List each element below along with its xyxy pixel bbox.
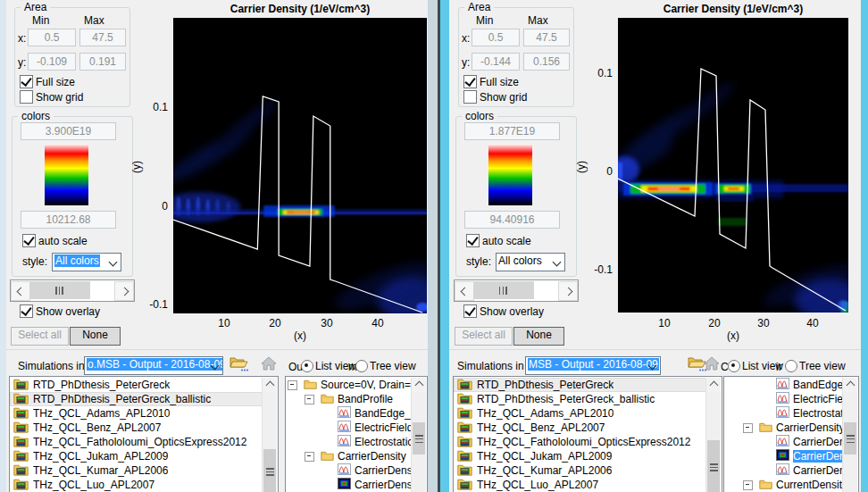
list-view-radio[interactable] — [728, 360, 740, 372]
show-grid-checkbox[interactable] — [20, 90, 33, 104]
collapse-icon[interactable] — [305, 395, 314, 404]
tree-item[interactable]: CurrentDensity — [724, 478, 843, 492]
carrier-density-plot[interactable] — [173, 18, 427, 313]
simulations-list[interactable]: RTD_PhDthesis_PeterGreck RTD_PhDthesis_P… — [453, 376, 722, 492]
scrollbar-thumb[interactable] — [707, 440, 720, 492]
tree-item[interactable]: ElectrostaticP — [286, 435, 412, 449]
y-min-input[interactable]: -0.109 — [28, 53, 76, 71]
tree-item[interactable]: CarrierDens — [724, 463, 843, 478]
none-button[interactable]: None — [513, 327, 564, 346]
home-icon[interactable] — [261, 356, 277, 373]
scroll-right-button[interactable] — [558, 281, 578, 301]
window-splitter[interactable] — [428, 0, 438, 492]
tree-item[interactable]: CarrierDensity — [286, 478, 412, 492]
list-item[interactable]: THz_QCL_Luo_APL2007 — [454, 478, 706, 492]
scroll-right-button[interactable] — [114, 281, 134, 301]
tree-item[interactable]: BandEdge_ — [724, 378, 843, 392]
y-max-input[interactable]: 0.156 — [523, 53, 570, 71]
list-scrollbar[interactable] — [705, 378, 721, 492]
list-item[interactable]: THz_QCL_Jukam_APL2009 — [454, 449, 706, 463]
list-item[interactable]: THz_QCL_Luo_APL2007 — [10, 478, 263, 492]
tree-item[interactable]: ElectricField. — [286, 421, 412, 435]
simulations-list[interactable]: RTD_PhDthesis_PeterGreck RTD_PhDthesis_P… — [9, 376, 279, 492]
tree-item[interactable]: BandProfile — [286, 392, 412, 406]
style-combobox[interactable]: All colors — [496, 253, 565, 271]
output-folder-combobox[interactable]: o.MSB - Output - 2016-08-09 — [84, 356, 223, 375]
color-max-value[interactable]: 1.877E19 — [464, 122, 560, 140]
scrollbar-thumb[interactable] — [263, 449, 276, 492]
x-min-input[interactable]: 0.5 — [28, 29, 76, 46]
list-item[interactable]: RTD_PhDthesis_PeterGreck_ballistic — [10, 392, 263, 406]
list-scrollbar[interactable] — [262, 378, 277, 492]
show-overlay-checkbox[interactable] — [463, 304, 477, 318]
show-overlay-checkbox[interactable] — [20, 304, 33, 318]
scrollbar-thumb[interactable] — [473, 281, 534, 299]
auto-scale-checkbox[interactable] — [22, 234, 36, 247]
list-item[interactable]: THz_QCL_Adams_APL2010 — [10, 406, 263, 421]
list-item[interactable]: THz_QCL_Benz_APL2007 — [454, 421, 706, 435]
list-item[interactable]: RTD_PhDthesis_PeterGreck — [10, 378, 263, 392]
none-button[interactable]: None — [70, 327, 121, 346]
plot-pan-scrollbar[interactable] — [454, 279, 579, 302]
tree-item[interactable]: BandEdge_c — [286, 406, 412, 421]
list-item[interactable]: RTD_PhDthesis_PeterGreck — [454, 378, 706, 392]
collapse-icon[interactable] — [743, 423, 753, 433]
scrollbar-thumb[interactable] — [29, 281, 90, 299]
tree-scrollbar[interactable] — [842, 378, 857, 492]
home-icon[interactable] — [704, 356, 720, 373]
open-folder-icon[interactable] — [230, 355, 248, 374]
tree-view-radio[interactable] — [355, 360, 368, 372]
scroll-up-button[interactable] — [412, 378, 426, 392]
style-combobox[interactable]: All colors — [52, 253, 121, 271]
carrier-density-plot[interactable] — [618, 18, 848, 313]
scrollbar-thumb[interactable] — [844, 422, 856, 454]
scroll-up-button[interactable] — [263, 378, 277, 392]
full-size-checkbox[interactable] — [463, 75, 477, 88]
y-min-input[interactable]: -0.144 — [472, 53, 520, 71]
output-folder-combobox[interactable]: MSB - Output - 2016-08-09 — [525, 356, 661, 375]
plot-pan-scrollbar[interactable] — [10, 279, 135, 302]
scroll-up-button[interactable] — [843, 378, 857, 392]
x-max-input[interactable]: 47.5 — [523, 29, 570, 46]
x-min-input[interactable]: 0.5 — [472, 29, 520, 46]
color-min-value[interactable]: 10212.68 — [21, 211, 116, 229]
select-all-button[interactable]: Select all — [455, 327, 513, 346]
tree-item[interactable]: CarrierDensity — [724, 421, 843, 435]
color-min-value[interactable]: 94.40916 — [464, 211, 560, 229]
tree-item[interactable]: CarrierDens — [724, 435, 843, 449]
list-item[interactable]: THz_QCL_Fathololoumi_OpticsExpress2012 — [10, 435, 263, 449]
scroll-up-button[interactable] — [706, 378, 721, 392]
collapse-icon[interactable] — [288, 380, 297, 390]
full-size-checkbox[interactable] — [20, 75, 33, 88]
show-grid-checkbox[interactable] — [463, 90, 477, 104]
tree-scrollbar[interactable] — [411, 378, 426, 492]
list-view-radio[interactable] — [301, 360, 313, 372]
collapse-icon[interactable] — [305, 452, 314, 462]
list-item[interactable]: THz_QCL_Benz_APL2007 — [10, 421, 263, 435]
color-max-value[interactable]: 3.900E19 — [21, 122, 116, 140]
scroll-left-button[interactable] — [455, 281, 474, 301]
output-tree[interactable]: BandEdge_ ElectricField Electrostatic — [723, 376, 859, 492]
x-max-input[interactable]: 47.5 — [79, 29, 126, 46]
tree-item[interactable]: CarrierDens — [724, 449, 843, 463]
scroll-left-button[interactable] — [11, 281, 30, 301]
tree-view-radio[interactable] — [785, 360, 797, 372]
list-item[interactable]: RTD_PhDthesis_PeterGreck_ballistic — [454, 392, 706, 406]
tree-item[interactable]: Electrostatic — [724, 406, 843, 421]
list-item[interactable]: THz_QCL_Jukam_APL2009 — [10, 449, 263, 463]
auto-scale-checkbox[interactable] — [466, 234, 480, 247]
tree-item[interactable]: CarrierDensity — [286, 463, 412, 478]
output-tree[interactable]: Source=0V, Drain=0. BandProfile BandEdge… — [285, 376, 428, 492]
tree-item[interactable]: ElectricField — [724, 392, 843, 406]
list-item[interactable]: THz_QCL_Kumar_APL2006 — [454, 463, 706, 478]
tree-item[interactable]: CarrierDensity — [286, 449, 412, 463]
collapse-icon[interactable] — [743, 480, 753, 490]
select-all-button[interactable]: Select all — [11, 327, 69, 346]
simulation-name: RTD_PhDthesis_PeterGreck — [33, 379, 170, 391]
list-item[interactable]: THz_QCL_Adams_APL2010 — [454, 406, 706, 421]
tree-item[interactable]: Source=0V, Drain=0. — [286, 378, 412, 392]
scrollbar-thumb[interactable] — [413, 422, 425, 454]
list-item[interactable]: THz_QCL_Kumar_APL2006 — [10, 463, 263, 478]
list-item[interactable]: THz_QCL_Fathololoumi_OpticsExpress2012 — [454, 435, 706, 449]
y-max-input[interactable]: 0.191 — [79, 53, 126, 71]
